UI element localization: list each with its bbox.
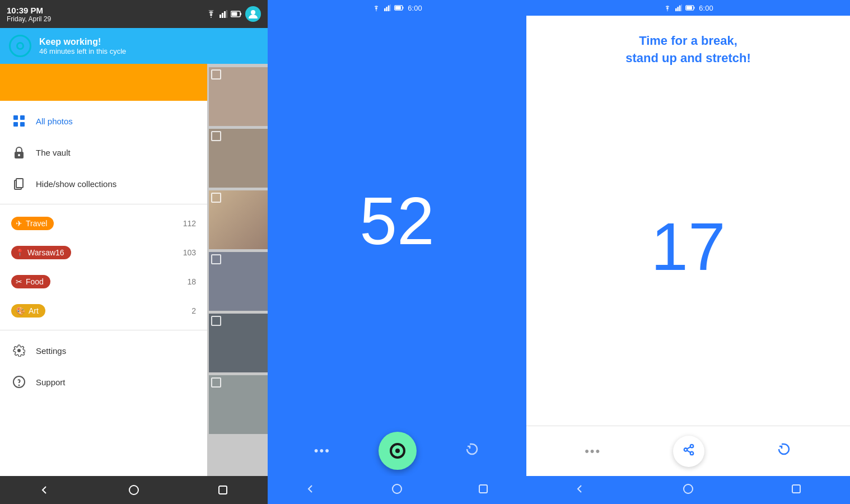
- drawer-item-hide-show[interactable]: Hide/show collections: [0, 168, 207, 199]
- p3-controls: •••: [526, 426, 850, 476]
- notification-title: Keep working!: [39, 37, 126, 47]
- drawer-item-vault[interactable]: The vault: [0, 137, 207, 168]
- food-tag[interactable]: ✂ Food: [11, 275, 50, 288]
- photo-cell[interactable]: [209, 252, 268, 311]
- status-bar-panel1: 10:39 PM Friday, April 29: [0, 0, 268, 28]
- p2-back-button[interactable]: [306, 484, 316, 497]
- drawer-item-warsaw[interactable]: 📍 Warsaw16 103: [0, 238, 207, 267]
- p3-reset-button[interactable]: [776, 441, 792, 461]
- photo-cell[interactable]: [209, 190, 268, 249]
- p2-reset-button[interactable]: [464, 441, 480, 461]
- notification-icon-inner: [16, 42, 24, 50]
- warsaw-tag-icon: 📍: [16, 249, 24, 256]
- all-photos-label: All photos: [36, 116, 196, 126]
- svg-rect-9: [20, 115, 25, 120]
- svg-point-36: [690, 444, 693, 447]
- share-icon: [683, 444, 695, 459]
- status-bar-right: [206, 6, 261, 22]
- p2-play-icon: [390, 443, 405, 459]
- svg-rect-23: [390, 4, 391, 11]
- time-display: 10:39 PM: [7, 6, 51, 15]
- p3-timer-value: 17: [651, 213, 725, 280]
- svg-rect-32: [681, 4, 683, 11]
- svg-rect-1: [222, 13, 223, 18]
- svg-point-37: [684, 448, 687, 451]
- svg-point-18: [129, 486, 138, 494]
- drawer-item-food[interactable]: ✂ Food 18: [0, 267, 207, 296]
- svg-rect-0: [219, 15, 221, 18]
- avatar[interactable]: [245, 6, 261, 22]
- travel-tag[interactable]: ✈ Travel: [11, 217, 54, 230]
- battery-icon-p3: [685, 5, 695, 11]
- p3-share-button[interactable]: [673, 436, 704, 467]
- recents-button[interactable]: [212, 479, 234, 501]
- pomodoro-timer-panel: 6:00 52 •••: [268, 0, 526, 504]
- battery-icon: [231, 11, 242, 17]
- photo-checkbox[interactable]: [211, 254, 221, 264]
- settings-label: Settings: [36, 346, 196, 356]
- p2-more-button[interactable]: •••: [314, 444, 330, 458]
- travel-tag-icon: ✈: [16, 219, 22, 228]
- p3-more-button[interactable]: •••: [585, 444, 601, 459]
- svg-rect-15: [16, 179, 23, 188]
- p3-timer-display: 17: [526, 67, 850, 426]
- photo-checkbox[interactable]: [211, 316, 221, 326]
- drawer-item-settings[interactable]: Settings: [0, 335, 207, 366]
- wifi-icon: [206, 10, 216, 18]
- back-button[interactable]: [34, 479, 56, 501]
- warsaw-tag-label: Warsaw16: [27, 248, 64, 257]
- svg-rect-8: [13, 115, 18, 120]
- svg-rect-11: [20, 122, 25, 127]
- food-tag-icon: ✂: [16, 277, 22, 286]
- photo-cell[interactable]: [209, 129, 268, 188]
- p3-back-button[interactable]: [575, 484, 585, 497]
- photo-checkbox[interactable]: [211, 377, 221, 388]
- svg-rect-20: [384, 8, 386, 11]
- drawer-item-support[interactable]: Support: [0, 366, 207, 398]
- art-tag-icon: 🎨: [16, 306, 25, 315]
- svg-line-40: [686, 446, 690, 449]
- photo-cell[interactable]: [209, 314, 268, 372]
- photo-checkbox[interactable]: [211, 193, 221, 203]
- svg-point-17: [19, 385, 20, 386]
- svg-point-38: [690, 451, 693, 455]
- drawer-item-travel[interactable]: ✈ Travel 112: [0, 209, 207, 238]
- break-message: Time for a break,stand up and stretch!: [526, 16, 850, 67]
- p2-home-button[interactable]: [392, 484, 402, 497]
- svg-point-7: [251, 10, 255, 15]
- nav-bar-panel3: [526, 476, 850, 504]
- battery-icon-p2: [394, 5, 404, 11]
- svg-rect-42: [792, 485, 800, 493]
- p2-timer-display: 52: [268, 16, 526, 426]
- status-bar-panel2: 6:00: [268, 0, 526, 16]
- drawer-overlay: All photos The vault: [0, 28, 207, 476]
- photo-checkbox[interactable]: [211, 69, 221, 80]
- art-tag[interactable]: 🎨 Art: [11, 304, 45, 318]
- photo-cell[interactable]: [209, 375, 268, 434]
- svg-rect-29: [675, 8, 677, 11]
- signal-icon: [219, 10, 227, 18]
- drawer-menu: All photos The vault: [0, 101, 207, 402]
- warsaw-count: 103: [183, 248, 196, 257]
- svg-rect-2: [224, 11, 226, 18]
- notification-icon: [9, 35, 31, 57]
- p2-play-pause-button[interactable]: [379, 432, 417, 470]
- wifi-icon-p2: [372, 4, 381, 11]
- art-count: 2: [192, 306, 196, 315]
- p3-status-icons: 6:00: [663, 4, 713, 12]
- svg-rect-22: [388, 6, 390, 11]
- hide-show-label: Hide/show collections: [36, 179, 196, 189]
- drawer-item-all-photos[interactable]: All photos: [0, 105, 207, 137]
- home-button[interactable]: [123, 479, 145, 501]
- photo-cell[interactable]: [209, 67, 268, 126]
- svg-rect-30: [678, 7, 679, 11]
- p2-controls: •••: [268, 426, 526, 476]
- warsaw-tag[interactable]: 📍 Warsaw16: [11, 246, 71, 259]
- p3-recents-button[interactable]: [791, 484, 801, 497]
- notification-banner[interactable]: Keep working! 46 minutes left in this cy…: [0, 28, 268, 64]
- photo-checkbox[interactable]: [211, 131, 221, 141]
- lock-icon: [11, 144, 27, 160]
- drawer-item-art[interactable]: 🎨 Art 2: [0, 296, 207, 325]
- p3-home-button[interactable]: [683, 484, 693, 497]
- p2-recents-button[interactable]: [478, 484, 488, 497]
